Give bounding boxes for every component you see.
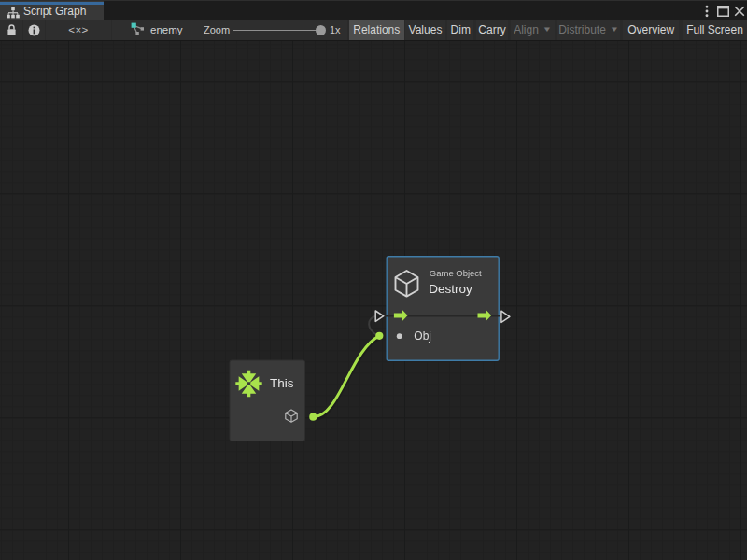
graph-canvas[interactable]: This Game Object Destroy (0, 40, 747, 560)
relations-toggle-button[interactable]: Relations (349, 20, 404, 40)
graph-breadcrumb: enemy Zoom 1x (112, 20, 347, 40)
connection-end-dot[interactable] (375, 332, 383, 340)
control-input-port-triangle[interactable] (375, 311, 384, 321)
script-graph-window: Script Graph (0, 0, 747, 560)
overview-label: Overview (627, 23, 674, 36)
node-destroy-title: Destroy (429, 282, 472, 296)
code-toggle-button[interactable]: <×> (46, 20, 111, 40)
toolbar: <×> enemy Zoom 1x Relations Values Dim C… (0, 20, 747, 40)
align-caret-icon: ▼ (543, 25, 552, 34)
carry-toggle-button[interactable]: Carry (476, 20, 509, 40)
dim-label: Dim (451, 23, 471, 36)
relations-label: Relations (353, 23, 400, 36)
distribute-label: Distribute (558, 23, 606, 36)
code-glyph: <×> (68, 24, 89, 35)
maximize-button[interactable] (715, 1, 731, 21)
zoom-slider-track[interactable] (233, 30, 319, 32)
info-button[interactable] (23, 20, 45, 40)
zoom-label: Zoom (204, 24, 230, 35)
info-icon (28, 24, 40, 36)
node-destroy-category: Game Object (430, 268, 482, 278)
graph-unit-icon (131, 22, 145, 38)
values-toggle-button[interactable]: Values (405, 20, 445, 40)
titlebar: Script Graph (0, 0, 747, 20)
close-button[interactable] (731, 1, 747, 21)
fullscreen-label: Full Screen (686, 23, 743, 36)
carry-label: Carry (478, 23, 505, 36)
align-dropdown-button[interactable]: Align▼ (511, 20, 555, 40)
zoom-value: 1x (330, 24, 341, 35)
control-output-port-triangle[interactable] (501, 311, 510, 322)
connection-start-dot[interactable] (309, 413, 317, 421)
zoom-slider-handle[interactable] (316, 25, 326, 35)
node-this-title: This (270, 376, 294, 390)
obj-port-dot[interactable] (397, 333, 402, 339)
node-this-body[interactable] (230, 360, 305, 441)
fullscreen-button[interactable]: Full Screen (683, 20, 747, 40)
maximize-icon (717, 6, 729, 17)
node-this[interactable]: This (230, 360, 305, 441)
kebab-menu-icon (705, 5, 709, 18)
lock-icon (7, 24, 17, 36)
graph-layer: This Game Object Destroy (0, 41, 747, 560)
distribute-dropdown-button[interactable]: Distribute▼ (557, 20, 620, 40)
align-label: Align (514, 23, 539, 36)
window-menu-button[interactable] (699, 1, 714, 21)
dim-toggle-button[interactable]: Dim (447, 20, 473, 40)
obj-port-label: Obj (414, 329, 431, 343)
distribute-caret-icon: ▼ (610, 25, 619, 34)
lock-button[interactable] (0, 20, 22, 40)
tab-script-graph[interactable]: Script Graph (0, 1, 104, 21)
close-icon (734, 6, 745, 17)
values-label: Values (409, 23, 443, 36)
node-destroy[interactable]: Game Object Destroy Obj (384, 257, 500, 361)
graph-name-label[interactable]: enemy (150, 24, 183, 35)
overview-button[interactable]: Overview (623, 20, 679, 40)
tab-title: Script Graph (23, 1, 86, 21)
